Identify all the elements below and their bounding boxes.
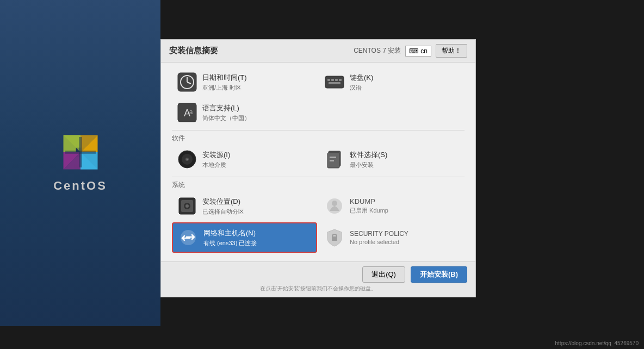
installer-panel: 安装信息摘要 CENTOS 7 安装 ⌨ cn 帮助！ xyxy=(160,39,476,297)
network-text: 网络和主机名(N) 有线 (ens33) 已连接 xyxy=(203,228,257,247)
security-title: SECURITY POLICY xyxy=(350,230,408,238)
header-right: CENTOS 7 安装 ⌨ cn 帮助！ xyxy=(354,44,467,58)
svg-rect-17 xyxy=(331,79,334,81)
software-select-item[interactable]: 软件选择(S) 最小安装 xyxy=(319,145,465,173)
software-section: 安装源(I) 本地介质 软件选择(S) xyxy=(172,145,465,173)
datetime-item[interactable]: 日期和时间(T) 亚洲/上海 时区 xyxy=(172,68,317,96)
kdump-title: KDUMP xyxy=(350,197,388,205)
install-source-title: 安装源(I) xyxy=(202,150,230,160)
install-source-item[interactable]: 安装源(I) 本地介质 xyxy=(172,145,317,173)
kdump-text: KDUMP 已启用 Kdump xyxy=(350,197,388,215)
software-select-title: 软件选择(S) xyxy=(350,150,387,160)
datetime-icon xyxy=(176,71,198,93)
svg-text:a: a xyxy=(189,108,193,116)
kdump-sub: 已启用 Kdump xyxy=(350,207,388,215)
language-title: 语言支持(L) xyxy=(202,103,250,113)
security-sub: No profile selected xyxy=(350,239,408,245)
window-footer: 退出(Q) 开始安装(B) 在点击'开始安装'按钮前我们不会操作您的磁盘。 xyxy=(161,261,475,297)
svg-rect-19 xyxy=(339,79,342,81)
install-dest-icon xyxy=(176,195,198,217)
footer-buttons: 退出(Q) 开始安装(B) xyxy=(169,266,467,283)
window-content: 日期和时间(T) 亚洲/上海 时区 xyxy=(161,63,475,261)
keyboard-icon: ⌨ xyxy=(409,47,418,55)
software-select-sub: 最小安装 xyxy=(350,161,387,169)
url-bar: https://blog.csdn.net/qq_45269570 xyxy=(555,340,639,346)
lang-selector[interactable]: ⌨ cn xyxy=(405,46,431,57)
system-section: 安装位置(D) 已选择自动分区 KDUMP xyxy=(172,192,465,253)
centos7-label: CENTOS 7 安装 xyxy=(354,46,401,55)
desktop: CentOS 安装信息摘要 CENTOS 7 安装 ⌨ cn 帮助！ xyxy=(0,0,644,349)
software-select-icon xyxy=(324,148,345,170)
kdump-icon xyxy=(324,195,345,217)
software-section-label: 软件 xyxy=(172,134,465,143)
security-text: SECURITY POLICY No profile selected xyxy=(350,230,408,245)
network-sub: 有线 (ens33) 已连接 xyxy=(203,239,257,247)
language-item[interactable]: A a 语言支持(L) 简体中文（中国） xyxy=(172,98,317,127)
svg-rect-18 xyxy=(335,79,338,81)
svg-point-27 xyxy=(187,159,188,160)
system-section-label: 系统 xyxy=(172,180,465,190)
keyboard-title: 键盘(K) xyxy=(350,73,373,83)
svg-point-37 xyxy=(332,201,337,206)
centos-logo-text: CentOS xyxy=(53,179,107,193)
datetime-text: 日期和时间(T) 亚洲/上海 时区 xyxy=(202,73,247,92)
language-text: 语言支持(L) 简体中文（中国） xyxy=(202,103,250,122)
svg-rect-39 xyxy=(332,236,337,241)
install-dest-title: 安装位置(D) xyxy=(202,197,244,207)
sidebar: CentOS xyxy=(0,0,160,326)
keyboard-icon-item xyxy=(324,71,345,93)
install-dest-sub: 已选择自动分区 xyxy=(202,208,244,216)
quit-button[interactable]: 退出(Q) xyxy=(362,266,405,283)
keyboard-sub: 汉语 xyxy=(350,84,373,92)
centos-logo-icon xyxy=(61,133,100,171)
install-dest-item[interactable]: 安装位置(D) 已选择自动分区 xyxy=(172,192,317,220)
start-button[interactable]: 开始安装(B) xyxy=(411,266,467,283)
security-item[interactable]: SECURITY POLICY No profile selected xyxy=(319,222,465,253)
svg-rect-30 xyxy=(330,157,336,158)
install-source-icon xyxy=(176,148,198,170)
install-source-sub: 本地介质 xyxy=(202,161,230,169)
network-icon xyxy=(177,227,199,248)
svg-rect-31 xyxy=(330,160,334,161)
svg-point-35 xyxy=(185,204,189,208)
centos-logo: CentOS xyxy=(53,133,107,193)
install-dest-text: 安装位置(D) 已选择自动分区 xyxy=(202,197,244,216)
network-title: 网络和主机名(N) xyxy=(203,228,257,238)
datetime-sub: 亚洲/上海 时区 xyxy=(202,84,247,92)
keyboard-item[interactable]: 键盘(K) 汉语 xyxy=(319,68,465,96)
svg-rect-20 xyxy=(329,82,340,84)
window-title: 安装信息摘要 xyxy=(169,46,218,56)
language-sub: 简体中文（中国） xyxy=(202,114,250,122)
svg-rect-16 xyxy=(327,79,330,81)
kdump-item[interactable]: KDUMP 已启用 Kdump xyxy=(319,192,465,220)
help-button[interactable]: 帮助！ xyxy=(436,44,467,58)
software-select-text: 软件选择(S) 最小安装 xyxy=(350,150,387,169)
localization-section: 日期和时间(T) 亚洲/上海 时区 xyxy=(172,68,465,127)
security-icon xyxy=(324,227,345,248)
language-icon: A a xyxy=(176,102,198,123)
network-item[interactable]: 网络和主机名(N) 有线 (ens33) 已连接 xyxy=(172,222,317,253)
install-source-text: 安装源(I) 本地介质 xyxy=(202,150,230,169)
lang-value: cn xyxy=(420,47,428,55)
footer-note: 在点击'开始安装'按钮前我们不会操作您的磁盘。 xyxy=(169,285,467,292)
window-header: 安装信息摘要 CENTOS 7 安装 ⌨ cn 帮助！ xyxy=(161,40,475,63)
keyboard-text: 键盘(K) 汉语 xyxy=(350,73,373,92)
datetime-title: 日期和时间(T) xyxy=(202,73,247,83)
svg-rect-10 xyxy=(65,151,96,154)
